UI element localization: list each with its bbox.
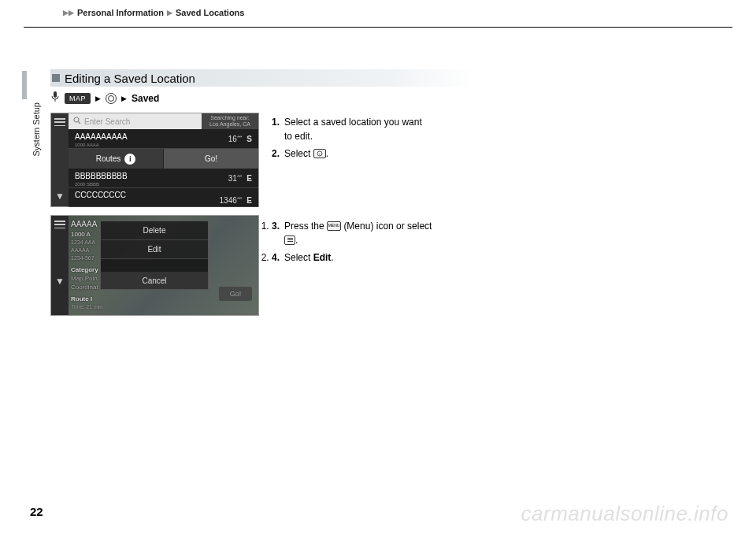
list-item-distance: 1346⁗ E: [220, 196, 252, 205]
instruction-step-3: 3. Press the MENU (Menu) icon or select …: [272, 219, 476, 247]
breadcrumb: ▶▶ Personal Information ▶ Saved Location…: [63, 8, 244, 17]
breadcrumb-arrow-icon: ▶: [167, 9, 172, 17]
screen1-search-input: Enter Search: [69, 113, 202, 129]
instruction-step-1: 1. Select a saved location you want to e…: [272, 115, 476, 143]
routes-go-bar: Routes i Go!: [69, 149, 258, 169]
location-time: Time: 21 min: [71, 303, 102, 311]
list-item-distance: 31⁗ E: [228, 174, 252, 183]
step2-text-a: Select: [284, 148, 313, 159]
svg-rect-0: [54, 91, 57, 98]
searching-near-box: Searching near: Los Angeles, CA: [202, 113, 258, 129]
instruction-block-2: 3. Press the MENU (Menu) icon or select …: [272, 219, 476, 265]
search-circle-icon: [106, 93, 117, 104]
location-addr: AAAAA: [71, 247, 102, 254]
info-icon-inline: i: [313, 149, 326, 158]
step4-text-c: .: [331, 252, 333, 263]
dialog-cancel-button: Cancel: [101, 272, 208, 289]
step2-text-b: .: [326, 148, 328, 159]
list-item: BBBBBBBBBB 2000 SBBB 31⁗ E: [69, 169, 258, 188]
voice-icon: [50, 91, 60, 105]
svg-text:i: i: [319, 152, 321, 156]
instruction-block-1: 1. Select a saved location you want to e…: [272, 115, 476, 164]
breadcrumb-item-2: Saved Locations: [176, 8, 244, 17]
location-route-label: Route I: [71, 295, 102, 303]
nav-path: MAP ▶ ▶ Saved: [50, 91, 476, 105]
searching-near-location: Los Angeles, CA: [202, 121, 258, 128]
watermark: carmanualsonline.info: [521, 502, 728, 526]
instruction-step-4: 4. Select Edit.: [272, 250, 476, 265]
hamburger-icon: [54, 118, 65, 126]
dialog-delete-button: Delete: [101, 221, 208, 240]
header-rule: [24, 27, 732, 28]
info-icon: i: [124, 154, 135, 165]
list-item-distance: 16⁗ S: [228, 135, 252, 143]
list-item-sub: 1000 AAAA: [75, 143, 99, 147]
svg-line-3: [79, 122, 81, 124]
action-dialog: Delete Edit Cancel: [100, 221, 209, 290]
location-addr: 1234 AAA: [71, 239, 102, 247]
heading-square-icon: [52, 74, 60, 82]
routes-button: Routes i: [69, 149, 164, 169]
hamburger-icon-inline: [284, 235, 295, 245]
location-info-panel: AAAAA 1000 A 1234 AAA AAAAA 1234-567 Cat…: [71, 219, 102, 311]
go-button-dimmed: Go!: [219, 287, 252, 301]
step1-text-b: to edit.: [284, 131, 313, 142]
dialog-spacer: [101, 259, 208, 272]
go-label: Go!: [205, 154, 217, 163]
side-section-label: System Setup: [32, 102, 41, 156]
section-tab: [22, 71, 27, 99]
list-item-name: BBBBBBBBBB: [75, 172, 128, 180]
dialog-edit-button: Edit: [101, 240, 208, 259]
list-item: AAAAAAAAAA 1000 AAAA 16⁗ S: [69, 129, 258, 149]
location-category-label: Category: [71, 265, 102, 274]
list-item: CCCCCCCCC 1346⁗ E: [69, 188, 258, 207]
screen1-sidebar: ▼: [51, 113, 69, 206]
path-saved-label: Saved: [132, 93, 159, 104]
step3-text-b: (Menu) icon or select: [343, 221, 432, 232]
step4-text-b: Edit: [313, 252, 332, 263]
screen2-sidebar: ▼: [51, 216, 69, 315]
location-name: AAAAA: [71, 219, 102, 230]
location-addr: 1234-567: [71, 254, 102, 262]
arrow-down-icon: ▼: [55, 191, 65, 202]
breadcrumb-item-1: Personal Information: [77, 8, 164, 17]
search-icon: [73, 117, 81, 126]
location-coord: Coordinat: [71, 283, 102, 291]
searching-near-label: Searching near:: [202, 115, 258, 121]
breadcrumb-arrow-icon: ▶▶: [63, 9, 74, 17]
location-category-value: Map Poin: [71, 274, 102, 283]
go-button: Go!: [164, 149, 258, 169]
step3-text-c: .: [295, 235, 298, 246]
routes-label: Routes: [96, 154, 121, 163]
screenshot-edit-dialog: ▼ AAAAA 1000 A 1234 AAA AAAAA 1234-567 C…: [50, 215, 259, 316]
search-placeholder: Enter Search: [84, 117, 130, 126]
arrow-down-icon: ▼: [55, 276, 65, 287]
path-arrow-icon: ▶: [95, 95, 101, 102]
location-addr: 1000 A: [71, 230, 102, 239]
screenshot-saved-list: ▼ Enter Search Searching near: Los Angel…: [50, 113, 259, 207]
step3-text-a: Press the: [284, 221, 327, 232]
hamburger-icon: [54, 221, 65, 228]
list-item-sub: 2000 SBBB: [75, 182, 99, 187]
svg-point-2: [74, 117, 79, 122]
path-arrow-icon: ▶: [121, 95, 127, 102]
page-number: 22: [30, 505, 43, 518]
instruction-step-2: 2. Select i .: [272, 146, 476, 161]
section-heading: Editing a Saved Location: [50, 69, 476, 87]
step4-text-a: Select: [284, 252, 313, 263]
list-item-name: AAAAAAAAAA: [75, 132, 128, 141]
step1-text-a: Select a saved location you want: [284, 117, 422, 128]
menu-hardkey-icon: MENU: [327, 221, 341, 231]
map-button-icon: MAP: [65, 93, 91, 104]
heading-text: Editing a Saved Location: [65, 72, 195, 85]
list-item-name: CCCCCCCCC: [75, 191, 126, 199]
